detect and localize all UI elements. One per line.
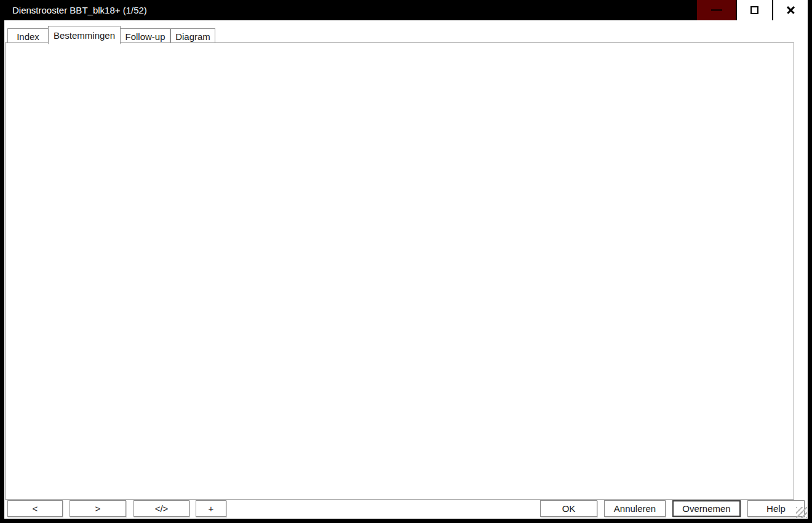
tab-page — [5, 42, 794, 500]
close-button[interactable] — [773, 0, 808, 20]
window-title: Dienstrooster BBT_blk18+ (1/52) — [12, 0, 147, 20]
ok-button[interactable]: OK — [540, 500, 597, 517]
annuleren-button[interactable]: Annuleren — [604, 500, 666, 517]
dialog-window: Dienstrooster BBT_blk18+ (1/52) Index Be… — [0, 0, 812, 523]
close-icon — [786, 6, 795, 15]
tab-bestemmingen[interactable]: Bestemmingen — [48, 26, 121, 44]
minimize-icon — [711, 9, 722, 11]
maximize-button[interactable] — [737, 0, 772, 20]
next-button[interactable]: > — [70, 500, 126, 517]
add-button[interactable]: + — [196, 500, 226, 517]
resize-grip[interactable] — [796, 507, 807, 518]
minimize-button[interactable] — [697, 0, 736, 20]
code-button[interactable]: </> — [133, 500, 189, 517]
prev-button[interactable]: < — [7, 500, 63, 517]
maximize-icon — [750, 6, 758, 14]
overnemen-button[interactable]: Overnemen — [672, 500, 741, 517]
